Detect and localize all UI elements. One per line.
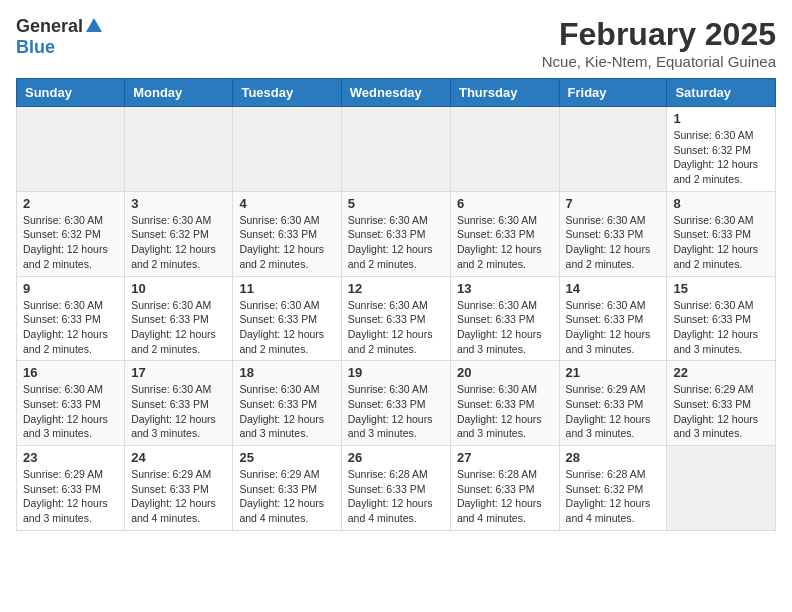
day-number: 3 <box>131 196 226 211</box>
logo: General Blue <box>16 16 103 58</box>
day-detail: Sunrise: 6:29 AM Sunset: 6:33 PM Dayligh… <box>131 467 226 526</box>
day-detail: Sunrise: 6:28 AM Sunset: 6:32 PM Dayligh… <box>566 467 661 526</box>
day-number: 12 <box>348 281 444 296</box>
calendar-cell: 19Sunrise: 6:30 AM Sunset: 6:33 PM Dayli… <box>341 361 450 446</box>
day-number: 2 <box>23 196 118 211</box>
day-detail: Sunrise: 6:30 AM Sunset: 6:33 PM Dayligh… <box>673 213 769 272</box>
day-detail: Sunrise: 6:29 AM Sunset: 6:33 PM Dayligh… <box>673 382 769 441</box>
day-number: 24 <box>131 450 226 465</box>
day-number: 8 <box>673 196 769 211</box>
day-detail: Sunrise: 6:30 AM Sunset: 6:33 PM Dayligh… <box>348 213 444 272</box>
calendar-header-tuesday: Tuesday <box>233 79 341 107</box>
day-number: 19 <box>348 365 444 380</box>
day-detail: Sunrise: 6:28 AM Sunset: 6:33 PM Dayligh… <box>457 467 553 526</box>
logo-icon <box>85 16 103 34</box>
day-number: 22 <box>673 365 769 380</box>
calendar-header-sunday: Sunday <box>17 79 125 107</box>
logo-blue-text: Blue <box>16 37 55 58</box>
calendar-cell: 1Sunrise: 6:30 AM Sunset: 6:32 PM Daylig… <box>667 107 776 192</box>
calendar-cell <box>559 107 667 192</box>
calendar-cell: 2Sunrise: 6:30 AM Sunset: 6:32 PM Daylig… <box>17 191 125 276</box>
calendar-cell: 9Sunrise: 6:30 AM Sunset: 6:33 PM Daylig… <box>17 276 125 361</box>
calendar-header-friday: Friday <box>559 79 667 107</box>
day-number: 9 <box>23 281 118 296</box>
day-number: 18 <box>239 365 334 380</box>
day-number: 28 <box>566 450 661 465</box>
month-title: February 2025 <box>542 16 776 53</box>
calendar-cell <box>125 107 233 192</box>
day-number: 26 <box>348 450 444 465</box>
calendar-cell: 22Sunrise: 6:29 AM Sunset: 6:33 PM Dayli… <box>667 361 776 446</box>
calendar-cell: 17Sunrise: 6:30 AM Sunset: 6:33 PM Dayli… <box>125 361 233 446</box>
day-number: 17 <box>131 365 226 380</box>
day-number: 20 <box>457 365 553 380</box>
calendar-cell: 12Sunrise: 6:30 AM Sunset: 6:33 PM Dayli… <box>341 276 450 361</box>
calendar-cell: 15Sunrise: 6:30 AM Sunset: 6:33 PM Dayli… <box>667 276 776 361</box>
calendar-cell: 6Sunrise: 6:30 AM Sunset: 6:33 PM Daylig… <box>450 191 559 276</box>
day-detail: Sunrise: 6:30 AM Sunset: 6:33 PM Dayligh… <box>23 298 118 357</box>
calendar-cell: 7Sunrise: 6:30 AM Sunset: 6:33 PM Daylig… <box>559 191 667 276</box>
logo-general-text: General <box>16 16 83 37</box>
location-title: Ncue, Kie-Ntem, Equatorial Guinea <box>542 53 776 70</box>
day-number: 16 <box>23 365 118 380</box>
svg-marker-0 <box>86 18 102 32</box>
day-number: 15 <box>673 281 769 296</box>
day-detail: Sunrise: 6:28 AM Sunset: 6:33 PM Dayligh… <box>348 467 444 526</box>
calendar-cell: 25Sunrise: 6:29 AM Sunset: 6:33 PM Dayli… <box>233 446 341 531</box>
day-detail: Sunrise: 6:29 AM Sunset: 6:33 PM Dayligh… <box>239 467 334 526</box>
day-detail: Sunrise: 6:29 AM Sunset: 6:33 PM Dayligh… <box>566 382 661 441</box>
calendar-cell: 27Sunrise: 6:28 AM Sunset: 6:33 PM Dayli… <box>450 446 559 531</box>
calendar-cell: 28Sunrise: 6:28 AM Sunset: 6:32 PM Dayli… <box>559 446 667 531</box>
day-number: 4 <box>239 196 334 211</box>
calendar-cell: 3Sunrise: 6:30 AM Sunset: 6:32 PM Daylig… <box>125 191 233 276</box>
calendar-header-row: SundayMondayTuesdayWednesdayThursdayFrid… <box>17 79 776 107</box>
calendar-cell: 21Sunrise: 6:29 AM Sunset: 6:33 PM Dayli… <box>559 361 667 446</box>
day-number: 5 <box>348 196 444 211</box>
day-number: 13 <box>457 281 553 296</box>
calendar-week-row: 23Sunrise: 6:29 AM Sunset: 6:33 PM Dayli… <box>17 446 776 531</box>
day-detail: Sunrise: 6:30 AM Sunset: 6:33 PM Dayligh… <box>239 298 334 357</box>
day-number: 25 <box>239 450 334 465</box>
calendar-cell: 5Sunrise: 6:30 AM Sunset: 6:33 PM Daylig… <box>341 191 450 276</box>
day-detail: Sunrise: 6:30 AM Sunset: 6:33 PM Dayligh… <box>457 213 553 272</box>
day-detail: Sunrise: 6:30 AM Sunset: 6:33 PM Dayligh… <box>457 298 553 357</box>
day-detail: Sunrise: 6:30 AM Sunset: 6:33 PM Dayligh… <box>566 298 661 357</box>
calendar-cell: 10Sunrise: 6:30 AM Sunset: 6:33 PM Dayli… <box>125 276 233 361</box>
title-area: February 2025 Ncue, Kie-Ntem, Equatorial… <box>542 16 776 70</box>
calendar-cell: 4Sunrise: 6:30 AM Sunset: 6:33 PM Daylig… <box>233 191 341 276</box>
calendar-week-row: 9Sunrise: 6:30 AM Sunset: 6:33 PM Daylig… <box>17 276 776 361</box>
calendar-header-saturday: Saturday <box>667 79 776 107</box>
calendar-cell <box>450 107 559 192</box>
day-detail: Sunrise: 6:30 AM Sunset: 6:32 PM Dayligh… <box>23 213 118 272</box>
calendar-cell: 13Sunrise: 6:30 AM Sunset: 6:33 PM Dayli… <box>450 276 559 361</box>
calendar-cell: 23Sunrise: 6:29 AM Sunset: 6:33 PM Dayli… <box>17 446 125 531</box>
day-detail: Sunrise: 6:30 AM Sunset: 6:33 PM Dayligh… <box>348 382 444 441</box>
calendar-header-thursday: Thursday <box>450 79 559 107</box>
calendar-cell: 20Sunrise: 6:30 AM Sunset: 6:33 PM Dayli… <box>450 361 559 446</box>
day-number: 11 <box>239 281 334 296</box>
calendar-cell <box>17 107 125 192</box>
day-detail: Sunrise: 6:30 AM Sunset: 6:33 PM Dayligh… <box>239 382 334 441</box>
day-detail: Sunrise: 6:30 AM Sunset: 6:32 PM Dayligh… <box>131 213 226 272</box>
day-number: 10 <box>131 281 226 296</box>
day-detail: Sunrise: 6:30 AM Sunset: 6:33 PM Dayligh… <box>348 298 444 357</box>
calendar-header-wednesday: Wednesday <box>341 79 450 107</box>
day-number: 27 <box>457 450 553 465</box>
calendar-table: SundayMondayTuesdayWednesdayThursdayFrid… <box>16 78 776 531</box>
calendar-cell: 14Sunrise: 6:30 AM Sunset: 6:33 PM Dayli… <box>559 276 667 361</box>
day-detail: Sunrise: 6:30 AM Sunset: 6:33 PM Dayligh… <box>673 298 769 357</box>
day-detail: Sunrise: 6:30 AM Sunset: 6:33 PM Dayligh… <box>23 382 118 441</box>
calendar-cell: 8Sunrise: 6:30 AM Sunset: 6:33 PM Daylig… <box>667 191 776 276</box>
day-detail: Sunrise: 6:30 AM Sunset: 6:33 PM Dayligh… <box>131 298 226 357</box>
calendar-week-row: 16Sunrise: 6:30 AM Sunset: 6:33 PM Dayli… <box>17 361 776 446</box>
calendar-cell: 16Sunrise: 6:30 AM Sunset: 6:33 PM Dayli… <box>17 361 125 446</box>
calendar-week-row: 2Sunrise: 6:30 AM Sunset: 6:32 PM Daylig… <box>17 191 776 276</box>
day-number: 1 <box>673 111 769 126</box>
calendar-cell: 18Sunrise: 6:30 AM Sunset: 6:33 PM Dayli… <box>233 361 341 446</box>
day-detail: Sunrise: 6:30 AM Sunset: 6:33 PM Dayligh… <box>239 213 334 272</box>
day-number: 14 <box>566 281 661 296</box>
day-detail: Sunrise: 6:30 AM Sunset: 6:32 PM Dayligh… <box>673 128 769 187</box>
day-number: 21 <box>566 365 661 380</box>
day-detail: Sunrise: 6:30 AM Sunset: 6:33 PM Dayligh… <box>566 213 661 272</box>
day-detail: Sunrise: 6:30 AM Sunset: 6:33 PM Dayligh… <box>131 382 226 441</box>
